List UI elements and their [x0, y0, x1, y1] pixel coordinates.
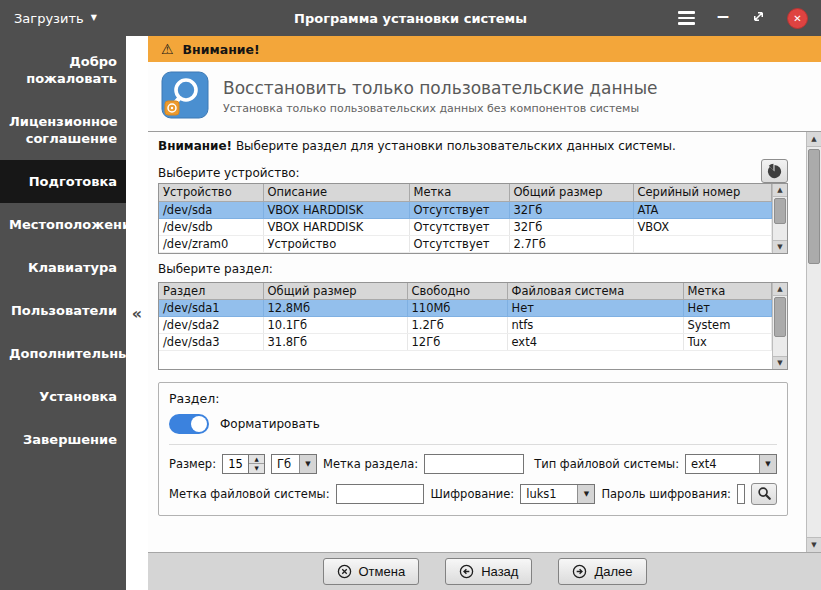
- cell[interactable]: 32Гб: [509, 218, 633, 235]
- cell[interactable]: 12.8Мб: [263, 300, 407, 317]
- spin-down-icon[interactable]: ▼: [249, 464, 264, 473]
- table-row[interactable]: /dev/sda VBOX HARDDISK Отсутствует 32Гб …: [159, 201, 772, 218]
- encryption-password-input[interactable]: [737, 484, 745, 504]
- collapse-sidebar-icon[interactable]: «: [132, 304, 142, 323]
- size-unit-combo[interactable]: Гб ▼: [271, 454, 317, 474]
- cell[interactable]: 32Гб: [509, 201, 633, 218]
- load-menu-button[interactable]: Загрузить ▼: [0, 0, 111, 36]
- column-header[interactable]: Серийный номер: [633, 184, 772, 201]
- back-button[interactable]: Назад: [445, 558, 532, 585]
- cell[interactable]: /dev/sda1: [159, 300, 263, 317]
- column-header[interactable]: Метка: [409, 184, 509, 201]
- cell[interactable]: /dev/sda2: [159, 317, 263, 334]
- scroll-thumb[interactable]: [808, 149, 820, 264]
- sidebar-item-welcome[interactable]: Добро пожаловать: [0, 40, 126, 100]
- scroll-track[interactable]: [773, 197, 787, 240]
- cell[interactable]: Нет: [683, 300, 772, 317]
- sidebar-item-finish[interactable]: Завершение: [0, 418, 126, 461]
- cell[interactable]: 12Гб: [407, 334, 507, 351]
- cell[interactable]: Устройство: [263, 235, 409, 252]
- hamburger-menu-icon[interactable]: [678, 11, 695, 24]
- cell[interactable]: 31.8Гб: [263, 334, 407, 351]
- spin-up-icon[interactable]: ▲: [249, 455, 264, 465]
- cell[interactable]: /dev/sda3: [159, 334, 263, 351]
- cell[interactable]: /dev/sdb: [159, 218, 263, 235]
- column-header[interactable]: Устройство: [159, 184, 263, 201]
- device-table-header: Устройство Описание Метка Общий размер С…: [159, 184, 772, 201]
- scroll-track[interactable]: [773, 296, 787, 356]
- column-header[interactable]: Свободно: [407, 283, 507, 300]
- column-header[interactable]: Раздел: [159, 283, 263, 300]
- scroll-down-icon[interactable]: ▼: [773, 356, 787, 369]
- column-header[interactable]: Метка: [683, 283, 772, 300]
- cell[interactable]: Отсутствует: [409, 218, 509, 235]
- column-header[interactable]: Общий размер: [509, 184, 633, 201]
- restore-user-data-icon: [161, 71, 209, 122]
- partition-table-grid[interactable]: Раздел Общий размер Свободно Файловая си…: [159, 283, 772, 352]
- scroll-thumb[interactable]: [774, 297, 786, 337]
- size-spinner[interactable]: ▲ ▼: [222, 454, 265, 474]
- chevron-down-icon[interactable]: ▼: [299, 455, 316, 473]
- sidebar-item-location[interactable]: Местоположение: [0, 203, 126, 246]
- table-row[interactable]: /dev/sda2 10.1Гб 1.2Гб ntfs System: [159, 317, 772, 334]
- table-row[interactable]: /dev/zram0 Устройство Отсутствует 2.7Гб: [159, 235, 772, 252]
- format-toggle[interactable]: [169, 414, 209, 434]
- partition-table-scrollbar[interactable]: ▲ ▼: [772, 283, 787, 369]
- cell[interactable]: ATA: [633, 201, 772, 218]
- device-table-scrollbar[interactable]: ▲ ▼: [772, 184, 787, 253]
- cell[interactable]: 110Мб: [407, 300, 507, 317]
- minimize-icon[interactable]: −: [716, 8, 730, 25]
- table-row[interactable]: /dev/sda1 12.8Мб 110Мб Нет Нет: [159, 300, 772, 317]
- table-row[interactable]: /dev/sdb VBOX HARDDISK Отсутствует 32Гб …: [159, 218, 772, 235]
- cell[interactable]: ext4: [507, 334, 683, 351]
- cell[interactable]: [633, 235, 772, 252]
- cell[interactable]: VBOX HARDDISK: [263, 201, 409, 218]
- scroll-up-icon[interactable]: ▲: [807, 132, 821, 147]
- column-header[interactable]: Файловая система: [507, 283, 683, 300]
- cell[interactable]: 2.7Гб: [509, 235, 633, 252]
- fs-label-input[interactable]: [336, 484, 425, 504]
- password-tool-button[interactable]: [751, 483, 777, 505]
- disk-usage-button[interactable]: [761, 159, 788, 183]
- sidebar-item-users[interactable]: Пользователи: [0, 289, 126, 332]
- cancel-button[interactable]: Отмена: [323, 558, 420, 585]
- encryption-combo[interactable]: luks1 ▼: [520, 484, 595, 504]
- cell[interactable]: ntfs: [507, 317, 683, 334]
- column-header[interactable]: Общий размер: [263, 283, 407, 300]
- cell[interactable]: Нет: [507, 300, 683, 317]
- cell[interactable]: /dev/sda: [159, 201, 263, 218]
- chevron-down-icon[interactable]: ▼: [577, 485, 594, 503]
- scroll-down-icon[interactable]: ▼: [807, 537, 821, 552]
- scroll-track[interactable]: [807, 147, 821, 537]
- cell[interactable]: Отсутствует: [409, 235, 509, 252]
- cell[interactable]: Tux: [683, 334, 772, 351]
- next-button[interactable]: Далее: [558, 558, 646, 585]
- table-row[interactable]: /dev/sda3 31.8Гб 12Гб ext4 Tux: [159, 334, 772, 351]
- close-icon[interactable]: ✕: [787, 8, 808, 29]
- maximize-icon[interactable]: [751, 9, 766, 27]
- device-table-grid[interactable]: Устройство Описание Метка Общий размер С…: [159, 184, 772, 253]
- cell[interactable]: System: [683, 317, 772, 334]
- fs-type-combo[interactable]: ext4 ▼: [685, 454, 777, 474]
- cell[interactable]: 10.1Гб: [263, 317, 407, 334]
- cell[interactable]: VBOX HARDDISK: [263, 218, 409, 235]
- size-label: Размер:: [169, 457, 216, 471]
- sidebar-item-keyboard[interactable]: Клавиатура: [0, 246, 126, 289]
- cell[interactable]: 1.2Гб: [407, 317, 507, 334]
- chevron-down-icon[interactable]: ▼: [759, 455, 776, 473]
- scroll-thumb[interactable]: [774, 198, 786, 224]
- scroll-up-icon[interactable]: ▲: [773, 184, 787, 197]
- column-header[interactable]: Описание: [263, 184, 409, 201]
- sidebar-item-installation[interactable]: Установка: [0, 375, 126, 418]
- sidebar-item-license[interactable]: Лицензионное соглашение: [0, 100, 126, 160]
- size-input[interactable]: [222, 454, 249, 474]
- main-scrollbar[interactable]: ▲ ▼: [806, 132, 821, 552]
- cell[interactable]: Отсутствует: [409, 201, 509, 218]
- sidebar-item-additional[interactable]: Дополнительный: [0, 332, 126, 375]
- scroll-down-icon[interactable]: ▼: [773, 240, 787, 253]
- partition-label-input[interactable]: [424, 454, 524, 474]
- sidebar-item-preparation[interactable]: Подготовка: [0, 160, 126, 203]
- scroll-up-icon[interactable]: ▲: [773, 283, 787, 296]
- cell[interactable]: /dev/zram0: [159, 235, 263, 252]
- cell[interactable]: VBOX: [633, 218, 772, 235]
